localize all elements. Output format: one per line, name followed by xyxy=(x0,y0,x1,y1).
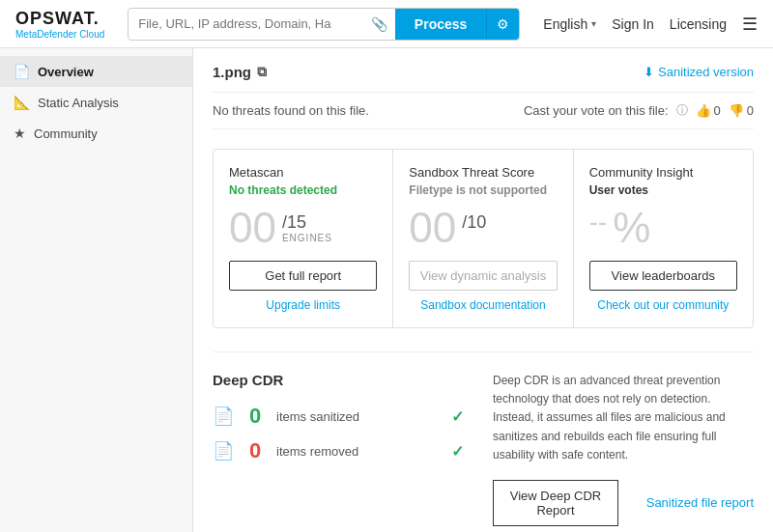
cdr-check-icon-1: ✓ xyxy=(451,407,464,426)
sidebar-item-label: Overview xyxy=(38,65,94,79)
sandbox-score-denom: /10 xyxy=(462,212,486,233)
deep-cdr-right: Deep CDR is an advanced threat preventio… xyxy=(493,372,754,526)
cdr-row-removed: 📄 0 items removed ✓ xyxy=(213,438,464,463)
logo-area: OPSWAT. MetaDefender Cloud xyxy=(15,9,104,40)
chevron-down-icon: ▾ xyxy=(591,18,596,29)
cdr-check-icon-2: ✓ xyxy=(451,442,464,461)
metascan-score-denom: /15 ENGINES xyxy=(282,212,332,243)
attachment-icon[interactable]: 📎 xyxy=(363,16,395,32)
sidebar-item-overview[interactable]: 📄 Overview xyxy=(0,56,192,87)
metascan-score-num: 00 xyxy=(229,207,276,249)
metascan-score-row: 00 /15 ENGINES xyxy=(229,207,377,249)
cdr-removed-count: 0 xyxy=(243,438,267,463)
metascan-title: Metascan xyxy=(229,165,377,180)
process-button[interactable]: Process xyxy=(395,8,486,41)
get-full-report-button[interactable]: Get full report xyxy=(229,261,377,291)
community-title: Community Insight xyxy=(589,165,737,180)
metascan-card: Metascan No threats detected 00 /15 ENGI… xyxy=(214,150,393,327)
sandbox-score-num: 00 xyxy=(409,207,456,249)
vote-label: Cast your vote on this file: xyxy=(524,103,669,118)
main-content: 1.png ⧉ ⬇ Sanitized version No threats f… xyxy=(193,48,773,532)
deep-cdr-description: Deep CDR is an advanced threat preventio… xyxy=(493,372,754,464)
sidebar-item-label: Community xyxy=(34,126,98,141)
community-card: Community Insight User votes -- % View l… xyxy=(574,150,753,327)
downvote-count: 0 xyxy=(747,103,754,118)
downvote-button[interactable]: 👎 0 xyxy=(729,103,754,118)
cdr-removed-label: items removed xyxy=(276,444,442,459)
sanitized-version-text: Sanitized version xyxy=(658,65,754,79)
settings-button[interactable]: ⚙ xyxy=(486,8,519,41)
deep-cdr-title: Deep CDR xyxy=(213,372,464,388)
upvote-button[interactable]: 👍 0 xyxy=(696,103,721,118)
no-threats-text: No threats found on this file. xyxy=(213,103,369,118)
licensing-link[interactable]: Licensing xyxy=(670,16,727,32)
view-dynamic-analysis-button[interactable]: View dynamic analysis xyxy=(409,261,557,291)
sandbox-subtitle: Filetype is not supported xyxy=(409,183,557,197)
file-name-text: 1.png xyxy=(213,64,251,80)
community-subtitle: User votes xyxy=(589,183,737,197)
cdr-file-icon-1: 📄 xyxy=(213,406,234,427)
upgrade-limits-link[interactable]: Upgrade limits xyxy=(229,298,377,312)
deep-cdr-left: Deep CDR 📄 0 items sanitized ✓ 📄 0 items… xyxy=(213,372,464,526)
signin-link[interactable]: Sign In xyxy=(612,16,654,32)
sanitized-version-link[interactable]: ⬇ Sanitized version xyxy=(644,65,754,79)
sandbox-documentation-link[interactable]: Sandbox documentation xyxy=(409,298,557,312)
sandbox-score-row: 00 /10 xyxy=(409,207,557,249)
sidebar-item-label: Static Analysis xyxy=(38,96,119,110)
sanitized-file-report-link[interactable]: Sanitized file report xyxy=(646,495,754,510)
logo-sub: MetaDefender Cloud xyxy=(15,29,104,40)
community-score-dash: -- xyxy=(589,207,608,238)
sidebar: 📄 Overview 📐 Static Analysis ★ Community xyxy=(0,48,193,532)
cdr-file-icon-2: 📄 xyxy=(213,440,234,462)
cdr-sanitized-label: items sanitized xyxy=(276,409,442,424)
vote-area: Cast your vote on this file: ⓘ 👍 0 👎 0 xyxy=(524,102,754,119)
search-input[interactable] xyxy=(129,16,363,31)
file-header: 1.png ⧉ ⬇ Sanitized version xyxy=(213,64,754,80)
logo-text: OPSWAT. xyxy=(15,9,104,29)
star-icon: ★ xyxy=(14,126,26,141)
cdr-sanitized-count: 0 xyxy=(243,404,267,429)
chart-icon: 📐 xyxy=(14,95,30,110)
sidebar-item-static-analysis[interactable]: 📐 Static Analysis xyxy=(0,87,192,118)
community-score-pct: % xyxy=(613,207,650,249)
upvote-count: 0 xyxy=(714,103,721,118)
language-selector[interactable]: English ▾ xyxy=(543,16,596,32)
check-out-community-link[interactable]: Check out our community xyxy=(589,298,737,312)
cdr-buttons: View Deep CDR Report Sanitized file repo… xyxy=(493,480,754,526)
community-score-row: -- % xyxy=(589,207,737,249)
header-nav: English ▾ Sign In Licensing ☰ xyxy=(543,14,758,35)
sandbox-card: Sandbox Threat Score Filetype is not sup… xyxy=(393,150,573,327)
sandbox-title: Sandbox Threat Score xyxy=(409,165,557,180)
sidebar-item-community[interactable]: ★ Community xyxy=(0,118,192,149)
copy-icon[interactable]: ⧉ xyxy=(257,64,267,80)
download-icon: ⬇ xyxy=(644,65,654,79)
view-deep-cdr-report-button[interactable]: View Deep CDR Report xyxy=(493,480,618,526)
cards-row: Metascan No threats detected 00 /15 ENGI… xyxy=(213,149,754,328)
cdr-row-sanitized: 📄 0 items sanitized ✓ xyxy=(213,404,464,429)
document-icon: 📄 xyxy=(14,64,30,79)
metascan-subtitle: No threats detected xyxy=(229,183,377,197)
deep-cdr-section: Deep CDR 📄 0 items sanitized ✓ 📄 0 items… xyxy=(213,372,754,526)
section-divider xyxy=(213,351,754,352)
layout: 📄 Overview 📐 Static Analysis ★ Community… xyxy=(0,48,773,532)
thumbs-up-icon: 👍 xyxy=(696,103,711,118)
language-label: English xyxy=(543,16,587,32)
file-name-row: 1.png ⧉ xyxy=(213,64,267,80)
search-bar: 📎 Process ⚙ xyxy=(128,8,520,41)
view-leaderboards-button[interactable]: View leaderboards xyxy=(589,261,737,291)
thumbs-down-icon: 👎 xyxy=(729,103,744,118)
info-icon[interactable]: ⓘ xyxy=(676,102,688,119)
hamburger-icon[interactable]: ☰ xyxy=(742,14,758,35)
header: OPSWAT. MetaDefender Cloud 📎 Process ⚙ E… xyxy=(0,0,773,48)
no-threats-bar: No threats found on this file. Cast your… xyxy=(213,92,754,129)
